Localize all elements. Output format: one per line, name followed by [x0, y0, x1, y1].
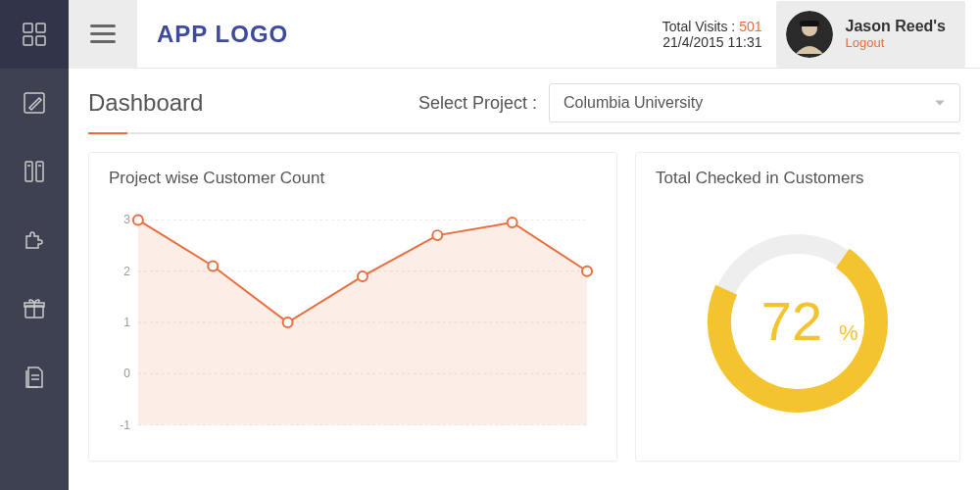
donut-chart: 72%	[700, 224, 896, 420]
svg-point-31	[432, 230, 442, 240]
puzzle-icon	[22, 227, 47, 253]
sidebar-item-docs[interactable]	[0, 343, 69, 412]
visits-count: 501	[739, 19, 761, 34]
svg-point-33	[582, 267, 592, 276]
svg-point-28	[208, 262, 218, 271]
svg-text:1: 1	[123, 316, 130, 329]
visits-label: Total Visits :	[662, 19, 739, 34]
hamburger-menu[interactable]	[90, 20, 116, 48]
pencil-icon	[22, 90, 47, 116]
svg-point-32	[508, 218, 517, 227]
svg-text:72: 72	[761, 290, 822, 352]
svg-text:2: 2	[123, 265, 130, 278]
svg-rect-2	[24, 36, 32, 45]
server-icon	[22, 159, 47, 184]
sidebar-item-plugins[interactable]	[0, 206, 69, 274]
app-logo: APP LOGO	[157, 21, 288, 48]
project-select-value: Columbia University	[564, 94, 703, 112]
page-header: Dashboard Select Project : Columbia Univ…	[88, 83, 960, 134]
chevron-down-icon	[934, 97, 946, 109]
grid-icon	[22, 22, 47, 47]
svg-rect-6	[36, 162, 43, 181]
svg-rect-16	[800, 21, 819, 26]
avatar	[786, 11, 833, 58]
doc-icon	[22, 365, 47, 390]
svg-text:0: 0	[123, 367, 130, 380]
page-title: Dashboard	[88, 89, 203, 117]
donut-title: Total Checked in Customers	[656, 169, 940, 188]
datetime-label: 21/4/2015 11:31	[662, 34, 762, 50]
customer-count-card: Project wise Customer Count -10123Test D…	[88, 152, 617, 462]
svg-text:%: %	[839, 320, 858, 345]
user-box: Jason Reed's Logout	[776, 1, 965, 68]
sidebar-item-dashboard[interactable]	[0, 0, 69, 69]
svg-rect-0	[24, 24, 32, 32]
project-select[interactable]: Columbia University	[549, 83, 960, 122]
sidebar	[0, 0, 69, 490]
user-name: Jason Reed's	[845, 18, 946, 35]
svg-rect-5	[25, 162, 32, 181]
svg-point-30	[358, 271, 368, 281]
svg-rect-1	[36, 24, 45, 32]
sidebar-item-edit[interactable]	[0, 69, 69, 137]
sidebar-item-gifts[interactable]	[0, 274, 69, 343]
svg-text:-1: -1	[120, 418, 130, 432]
svg-text:3: 3	[123, 213, 130, 226]
svg-point-27	[133, 215, 143, 224]
gift-icon	[22, 296, 47, 321]
svg-point-29	[283, 318, 293, 327]
sidebar-item-servers[interactable]	[0, 137, 69, 206]
topbar: APP LOGO Total Visits : 501 21/4/2015 11…	[69, 0, 980, 69]
svg-rect-3	[36, 36, 45, 45]
checked-in-card: Total Checked in Customers 72%	[635, 152, 960, 462]
project-select-label: Select Project :	[418, 93, 537, 114]
visits-info: Total Visits : 501 21/4/2015 11:31	[662, 19, 762, 50]
logout-link[interactable]: Logout	[845, 35, 946, 50]
chart-title: Project wise Customer Count	[109, 169, 597, 188]
line-chart: -10123Test DemoCustomer 3	[109, 200, 597, 445]
